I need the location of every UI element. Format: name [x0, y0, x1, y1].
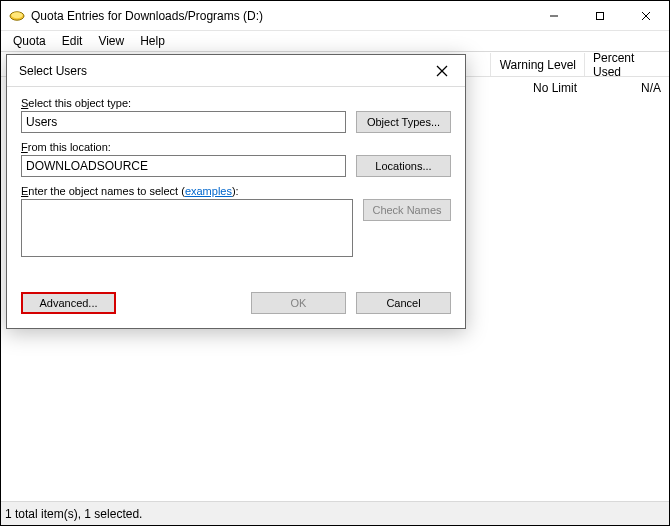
advanced-button[interactable]: Advanced... [21, 292, 116, 314]
col-warning-level[interactable]: Warning Level [491, 53, 585, 76]
window-controls [531, 1, 669, 30]
examples-link[interactable]: examples [185, 185, 232, 197]
object-types-button[interactable]: Object Types... [356, 111, 451, 133]
window-title: Quota Entries for Downloads/Programs (D:… [31, 9, 531, 23]
menubar: Quota Edit View Help [1, 31, 669, 52]
object-type-label: Select this object type: [21, 97, 451, 109]
col-percent-used[interactable]: Percent Used [585, 53, 669, 76]
menu-quota[interactable]: Quota [5, 34, 54, 48]
menu-edit[interactable]: Edit [54, 34, 91, 48]
object-names-input[interactable] [21, 199, 353, 257]
object-names-label: Enter the object names to select (exampl… [21, 185, 451, 197]
location-label: From this location: [21, 141, 451, 153]
dialog-close-button[interactable] [427, 56, 457, 86]
cell-warning-level: No Limit [491, 77, 585, 99]
menu-view[interactable]: View [90, 34, 132, 48]
minimize-button[interactable] [531, 1, 577, 30]
dialog-titlebar: Select Users [7, 55, 465, 87]
check-names-button[interactable]: Check Names [363, 199, 451, 221]
dialog-title: Select Users [19, 64, 427, 78]
select-users-dialog: Select Users Select this object type: Us… [6, 54, 466, 329]
menu-help[interactable]: Help [132, 34, 173, 48]
svg-point-1 [12, 12, 23, 18]
ok-button[interactable]: OK [251, 292, 346, 314]
close-button[interactable] [623, 1, 669, 30]
disk-quota-icon [9, 8, 25, 24]
locations-button[interactable]: Locations... [356, 155, 451, 177]
svg-rect-3 [597, 12, 604, 19]
cell-percent-used: N/A [585, 77, 669, 99]
main-titlebar: Quota Entries for Downloads/Programs (D:… [1, 1, 669, 31]
cancel-button[interactable]: Cancel [356, 292, 451, 314]
location-field: DOWNLOADSOURCE [21, 155, 346, 177]
object-type-field: Users [21, 111, 346, 133]
maximize-button[interactable] [577, 1, 623, 30]
status-text: 1 total item(s), 1 selected. [5, 507, 142, 521]
status-bar: 1 total item(s), 1 selected. [1, 501, 669, 525]
